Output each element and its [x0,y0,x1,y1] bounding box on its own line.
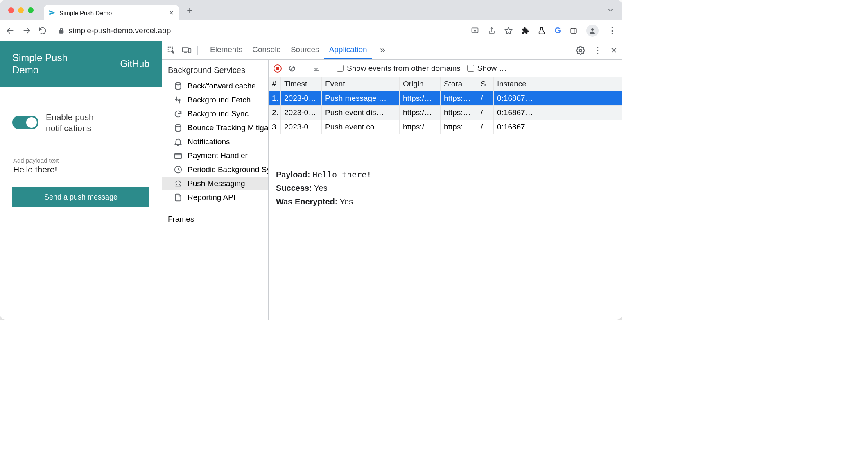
close-window-button[interactable] [8,7,14,13]
minimize-window-button[interactable] [18,7,24,13]
table-cell[interactable]: https:… [441,91,477,106]
table-cell[interactable]: https:… [441,106,477,120]
sidebar-item-push-messaging[interactable]: Push Messaging [162,177,268,190]
enable-push-toggle[interactable] [12,116,38,129]
table-header[interactable]: Instance… [494,77,622,91]
profile-avatar[interactable] [586,25,599,37]
clear-button[interactable]: ⊘ [288,63,296,74]
payload-placeholder: Add payload text [13,157,149,164]
event-details: Payload: Hello there! Success: Yes Was E… [269,163,622,217]
table-cell[interactable]: 1. [269,91,281,106]
browser-tab[interactable]: Simple Push Demo ✕ [44,5,179,20]
sidebar-item-label: Payment Handler [188,151,248,160]
table-cell[interactable]: Push event dis… [322,106,400,120]
sidebar-item-background-fetch[interactable]: Background Fetch [162,93,268,107]
sidebar-item-reporting-api[interactable]: Reporting API [162,190,268,204]
enable-push-label: Enable push notifications [46,111,120,134]
table-cell[interactable]: https:… [441,120,477,134]
content-area: Simple Push Demo GitHub Enable push noti… [0,41,622,320]
more-tabs-icon[interactable] [378,47,387,54]
maximize-window-button[interactable] [28,7,34,13]
download-button[interactable] [312,65,320,72]
sidebar-item-periodic-background-sync[interactable]: Periodic Background Sync [162,163,268,177]
send-push-button[interactable]: Send a push message [12,187,149,207]
table-cell[interactable]: https:/… [400,91,441,106]
forward-button[interactable] [22,26,31,35]
kebab-icon[interactable]: ⋮ [593,45,602,56]
table-cell[interactable]: 3. [269,120,281,134]
devtools-tab-elements[interactable]: Elements [205,41,247,59]
devtools-tab-console[interactable]: Console [247,41,286,59]
table-cell[interactable]: 0:16867… [494,120,622,134]
table-header[interactable]: Event [322,77,400,91]
address-bar[interactable]: simple-push-demo.vercel.app [55,26,463,35]
sidebar-item-payment-handler[interactable]: Payment Handler [162,149,268,163]
table-cell[interactable]: https:/… [400,106,441,120]
reload-button[interactable] [38,27,47,35]
table-cell[interactable]: Push event co… [322,120,400,134]
tab-overflow-button[interactable] [607,7,614,14]
sidebar-item-icon [174,109,183,118]
table-header[interactable]: Origin [400,77,441,91]
table-cell[interactable]: 2023-0… [281,120,322,134]
sidebar-item-label: Reporting API [188,193,235,202]
sidebar-item-label: Background Fetch [188,95,251,104]
table-header[interactable]: Stora… [441,77,477,91]
sidebar-item-icon [174,165,183,174]
sidebar-item-icon [174,137,183,146]
github-link[interactable]: GitHub [120,59,149,70]
record-button[interactable] [274,64,282,73]
browser-window: Simple Push Demo ✕ ＋ simple-push-demo.ve… [0,0,622,320]
app-title: Simple Push Demo [12,52,94,76]
new-tab-button[interactable]: ＋ [185,4,194,16]
google-icon[interactable]: G [554,26,561,35]
table-header[interactable]: S.. [477,77,494,91]
payload-field[interactable]: Add payload text Hello there! [12,154,149,178]
inspect-icon[interactable] [167,46,176,55]
table-cell[interactable]: / [477,120,494,134]
table-cell[interactable]: Push message … [322,91,400,106]
table-cell[interactable]: / [477,91,494,106]
sidebar-item-background-sync[interactable]: Background Sync [162,107,268,121]
sidebar-frames[interactable]: Frames [162,209,268,229]
show-other-domains-checkbox[interactable]: Show events from other domains [337,64,461,73]
show-truncated-checkbox[interactable]: Show … [467,64,507,73]
application-main: ⊘ Show events from other domains Show … … [269,60,622,320]
device-icon[interactable] [182,46,192,55]
close-tab-button[interactable]: ✕ [169,9,174,17]
detail-success-value: Yes [314,184,328,193]
sidebar-item-back-forward-cache[interactable]: Back/forward cache [162,79,268,93]
table-cell[interactable]: 2. [269,106,281,120]
extensions-icon[interactable] [522,27,529,34]
application-sidebar: Background Services Back/forward cacheBa… [162,60,269,320]
back-button[interactable] [6,26,15,35]
detail-payload-key: Payload: [276,170,310,179]
devtools-tab-application[interactable]: Application [324,41,372,59]
settings-icon[interactable] [576,46,585,55]
sidebar-item-bounce-tracking-mitigations[interactable]: Bounce Tracking Mitigations [162,121,268,135]
labs-icon[interactable] [538,27,545,35]
table-header[interactable]: # [269,77,281,91]
table-cell[interactable]: 0:16867… [494,106,622,120]
detail-payload-value: Hello there! [312,170,372,179]
share-icon[interactable] [488,27,495,34]
sidebar-item-label: Push Messaging [188,179,245,188]
svg-rect-13 [188,48,191,52]
side-panel-icon[interactable] [570,27,577,34]
table-header[interactable]: Timest… [281,77,322,91]
table-cell[interactable]: 2023-0… [281,91,322,106]
web-page: Simple Push Demo GitHub Enable push noti… [0,41,162,320]
bookmark-icon[interactable] [504,27,513,35]
sidebar-item-notifications[interactable]: Notifications [162,135,268,149]
sidebar-item-icon [174,95,183,104]
table-cell[interactable]: / [477,106,494,120]
menu-icon[interactable]: ⋮ [608,25,617,36]
table-cell[interactable]: 2023-0… [281,106,322,120]
close-devtools-button[interactable]: ✕ [610,45,617,55]
svg-rect-11 [183,48,188,52]
table-cell[interactable]: 0:16867… [494,91,622,106]
table-cell[interactable]: https:/… [400,120,441,134]
sidebar-item-icon [174,82,183,91]
install-icon[interactable] [471,27,479,35]
devtools-tab-sources[interactable]: Sources [286,41,324,59]
